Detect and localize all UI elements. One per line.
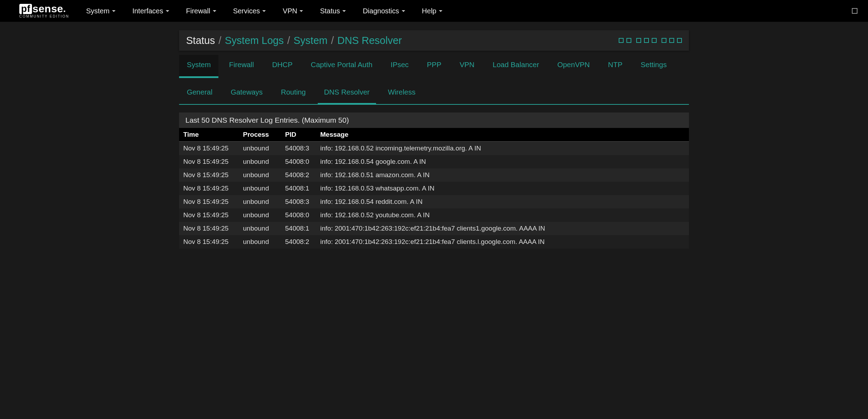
table-header-row: Time Process PID Message bbox=[179, 128, 689, 142]
breadcrumb-link[interactable]: System Logs bbox=[225, 35, 284, 46]
cell-message: info: 2001:470:1b42:263:192c:ef21:21b4:f… bbox=[316, 222, 689, 235]
table-row: Nov 8 15:49:25unbound54008:0info: 192.16… bbox=[179, 155, 689, 168]
action-icon[interactable] bbox=[662, 38, 666, 43]
cell-process: unbound bbox=[239, 182, 281, 195]
nav-item-label: System bbox=[86, 7, 110, 15]
cell-time: Nov 8 15:49:25 bbox=[179, 142, 239, 155]
cell-message: info: 192.168.0.52 youtube.com. A IN bbox=[316, 208, 689, 222]
tabs-secondary: GeneralGatewaysRoutingDNS ResolverWirele… bbox=[179, 81, 689, 104]
cell-message: info: 2001:470:1b42:263:192c:ef21:21b4:f… bbox=[316, 235, 689, 249]
action-icon[interactable] bbox=[677, 38, 682, 43]
action-icon[interactable] bbox=[644, 38, 649, 43]
action-icon[interactable] bbox=[669, 38, 674, 43]
chevron-down-icon bbox=[402, 10, 405, 12]
log-table: Time Process PID Message Nov 8 15:49:25u… bbox=[179, 128, 689, 249]
nav-item-interfaces[interactable]: Interfaces bbox=[132, 7, 169, 15]
cell-message: info: 192.168.0.53 whatsapp.com. A IN bbox=[316, 182, 689, 195]
col-message[interactable]: Message bbox=[316, 128, 689, 142]
tab-ppp[interactable]: PPP bbox=[427, 60, 441, 78]
table-row: Nov 8 15:49:25unbound54008:2info: 2001:4… bbox=[179, 235, 689, 249]
cell-time: Nov 8 15:49:25 bbox=[179, 168, 239, 182]
tab-settings[interactable]: Settings bbox=[641, 60, 667, 78]
action-icon[interactable] bbox=[619, 38, 624, 43]
breadcrumb-sep: / bbox=[218, 35, 221, 46]
table-row: Nov 8 15:49:25unbound54008:1info: 2001:4… bbox=[179, 222, 689, 235]
breadcrumb-link[interactable]: DNS Resolver bbox=[337, 35, 402, 46]
table-row: Nov 8 15:49:25unbound54008:0info: 192.16… bbox=[179, 208, 689, 222]
nav-items: SystemInterfacesFirewallServicesVPNStatu… bbox=[86, 7, 442, 15]
table-row: Nov 8 15:49:25unbound54008:1info: 192.16… bbox=[179, 182, 689, 195]
tab-openvpn[interactable]: OpenVPN bbox=[557, 60, 590, 78]
cell-pid: 54008:3 bbox=[281, 195, 316, 208]
nav-item-label: Interfaces bbox=[132, 7, 163, 15]
chevron-down-icon bbox=[213, 10, 216, 12]
nav-item-label: Status bbox=[320, 7, 340, 15]
chevron-down-icon bbox=[439, 10, 442, 12]
nav-item-label: Help bbox=[422, 7, 436, 15]
cell-time: Nov 8 15:49:25 bbox=[179, 182, 239, 195]
cell-time: Nov 8 15:49:25 bbox=[179, 235, 239, 249]
logo-subtitle: COMMUNITY EDITION bbox=[19, 15, 69, 18]
col-process[interactable]: Process bbox=[239, 128, 281, 142]
chevron-down-icon bbox=[262, 10, 266, 12]
tab-captive-portal-auth[interactable]: Captive Portal Auth bbox=[311, 60, 373, 78]
cell-process: unbound bbox=[239, 142, 281, 155]
chevron-down-icon bbox=[300, 10, 303, 12]
page-container: Status / System Logs / System / DNS Reso… bbox=[179, 22, 689, 249]
tab-firewall[interactable]: Firewall bbox=[229, 60, 254, 78]
nav-item-label: Firewall bbox=[186, 7, 210, 15]
breadcrumb-sep: / bbox=[287, 35, 290, 46]
cell-pid: 54008:3 bbox=[281, 142, 316, 155]
cell-process: unbound bbox=[239, 155, 281, 168]
cell-pid: 54008:1 bbox=[281, 222, 316, 235]
breadcrumb-link[interactable]: System bbox=[294, 35, 328, 46]
tabs-primary: SystemFirewallDHCPCaptive Portal AuthIPs… bbox=[179, 51, 689, 78]
action-icon[interactable] bbox=[636, 38, 641, 43]
tab-dhcp[interactable]: DHCP bbox=[272, 60, 292, 78]
tab-vpn[interactable]: VPN bbox=[460, 60, 474, 78]
cell-process: unbound bbox=[239, 235, 281, 249]
subtab-routing[interactable]: Routing bbox=[281, 88, 306, 104]
tab-ipsec[interactable]: IPsec bbox=[391, 60, 409, 78]
nav-item-firewall[interactable]: Firewall bbox=[186, 7, 216, 15]
col-time[interactable]: Time bbox=[179, 128, 239, 142]
subtab-gateways[interactable]: Gateways bbox=[231, 88, 263, 104]
cell-pid: 54008:1 bbox=[281, 182, 316, 195]
logo[interactable]: pfsense. COMMUNITY EDITION bbox=[19, 4, 69, 18]
subtab-general[interactable]: General bbox=[187, 88, 212, 104]
action-icon[interactable] bbox=[652, 38, 657, 43]
table-row: Nov 8 15:49:25unbound54008:2info: 192.16… bbox=[179, 168, 689, 182]
cell-process: unbound bbox=[239, 195, 281, 208]
nav-item-help[interactable]: Help bbox=[422, 7, 442, 15]
tab-system[interactable]: System bbox=[179, 55, 218, 78]
logo-box: pf bbox=[19, 4, 32, 14]
nav-item-status[interactable]: Status bbox=[320, 7, 346, 15]
action-icon[interactable] bbox=[626, 38, 631, 43]
nav-item-services[interactable]: Services bbox=[233, 7, 266, 15]
table-row: Nov 8 15:49:25unbound54008:3info: 192.16… bbox=[179, 195, 689, 208]
navbar: pfsense. COMMUNITY EDITION SystemInterfa… bbox=[0, 0, 868, 22]
subtab-dns-resolver[interactable]: DNS Resolver bbox=[324, 88, 370, 104]
cell-process: unbound bbox=[239, 208, 281, 222]
breadcrumb-actions bbox=[619, 38, 682, 43]
cell-pid: 54008:2 bbox=[281, 168, 316, 182]
cell-process: unbound bbox=[239, 222, 281, 235]
breadcrumb-sep: / bbox=[331, 35, 334, 46]
nav-item-label: Diagnostics bbox=[363, 7, 399, 15]
chevron-down-icon bbox=[112, 10, 116, 12]
nav-action-icon[interactable] bbox=[852, 8, 857, 14]
nav-item-diagnostics[interactable]: Diagnostics bbox=[363, 7, 405, 15]
cell-message: info: 192.168.0.54 google.com. A IN bbox=[316, 155, 689, 168]
col-pid[interactable]: PID bbox=[281, 128, 316, 142]
tabs-secondary-wrap: GeneralGatewaysRoutingDNS ResolverWirele… bbox=[179, 81, 689, 105]
breadcrumb-bar: Status / System Logs / System / DNS Reso… bbox=[179, 30, 689, 51]
table-row: Nov 8 15:49:25unbound54008:3info: 192.16… bbox=[179, 142, 689, 155]
cell-pid: 54008:0 bbox=[281, 208, 316, 222]
nav-item-system[interactable]: System bbox=[86, 7, 116, 15]
panel-title: Last 50 DNS Resolver Log Entries. (Maxim… bbox=[179, 112, 689, 128]
tab-load-balancer[interactable]: Load Balancer bbox=[493, 60, 539, 78]
subtab-wireless[interactable]: Wireless bbox=[388, 88, 416, 104]
tab-ntp[interactable]: NTP bbox=[608, 60, 623, 78]
nav-item-vpn[interactable]: VPN bbox=[283, 7, 303, 15]
nav-item-label: VPN bbox=[283, 7, 297, 15]
